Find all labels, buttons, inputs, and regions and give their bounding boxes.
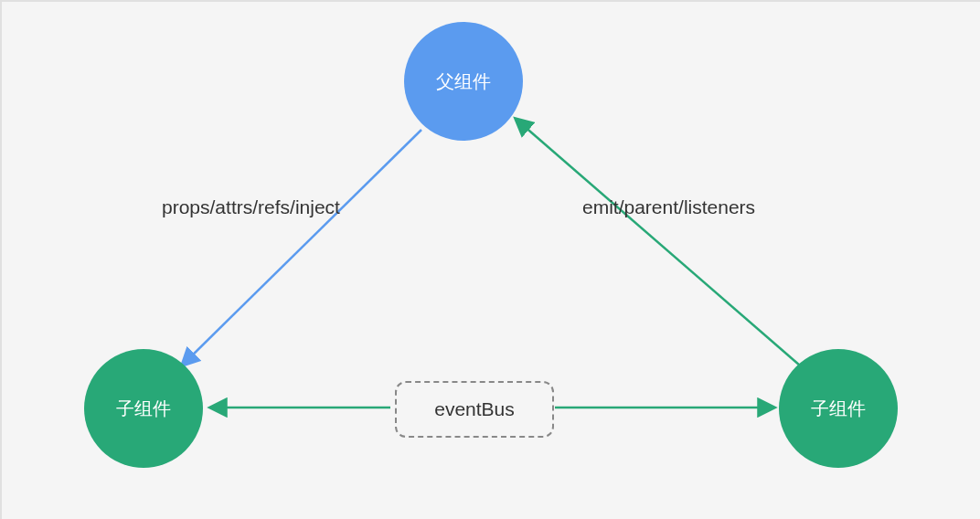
diagram-canvas: 父组件 子组件 子组件 eventBus props/attrs/refs/in… <box>2 2 980 519</box>
parent-node-label: 父组件 <box>436 69 491 94</box>
child-node-left-label: 子组件 <box>116 397 171 421</box>
edge-child-to-parent <box>516 119 800 365</box>
edge-parent-to-child <box>182 130 421 365</box>
eventbus-label: eventBus <box>434 398 515 420</box>
edge-label-child-to-parent: emit/parent/listeners <box>582 196 755 218</box>
eventbus-node: eventBus <box>395 381 554 438</box>
child-node-right-label: 子组件 <box>811 397 866 421</box>
parent-node: 父组件 <box>404 22 523 141</box>
edge-label-parent-to-child: props/attrs/refs/inject <box>162 196 340 218</box>
child-node-left: 子组件 <box>84 349 203 468</box>
child-node-right: 子组件 <box>779 349 898 468</box>
